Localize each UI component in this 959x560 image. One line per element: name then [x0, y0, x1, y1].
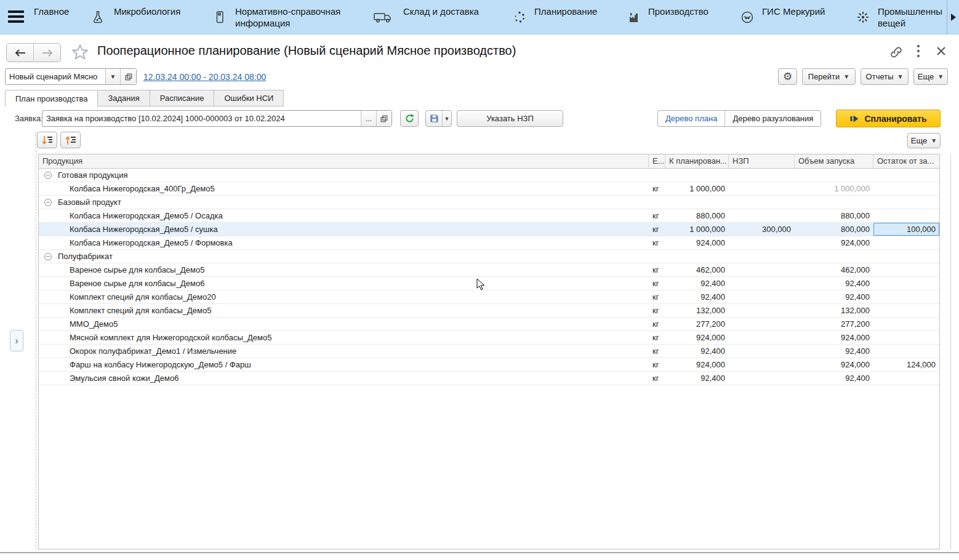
unit-cell[interactable]: кг: [649, 290, 665, 303]
unit-cell[interactable]: кг: [649, 318, 665, 330]
to-plan-cell[interactable]: 1 000,000: [665, 182, 729, 195]
table-row[interactable]: Эмульсия свной кожи_Демо6кг92,40092,400: [39, 372, 939, 385]
launch-rest-cell[interactable]: [873, 277, 939, 290]
launch-volume-cell[interactable]: 92,400: [795, 345, 873, 358]
nav-item-microbiology[interactable]: Микробиология: [114, 6, 180, 17]
launch-volume-cell[interactable]: 924,000: [795, 358, 873, 371]
wip-cell[interactable]: [729, 250, 795, 263]
unit-cell[interactable]: кг: [649, 304, 665, 317]
launch-rest-cell[interactable]: [873, 372, 939, 385]
table-row[interactable]: Комплект специй для колбасы_Демо20кг92,4…: [39, 290, 939, 304]
unit-cell[interactable]: [649, 250, 665, 263]
table-row[interactable]: Колбаса Нижегородская_Демо5 / Осадкакг88…: [39, 209, 939, 223]
table-row[interactable]: Вареное сырье для колбасы_Демо5кг462,000…: [39, 263, 939, 277]
nav-item-gis-mercury[interactable]: ГИС Меркурий: [762, 6, 825, 17]
launch-rest-cell[interactable]: 124,000: [873, 358, 939, 371]
product-cell[interactable]: Комплект специй для колбасы_Демо5: [39, 304, 649, 317]
unit-cell[interactable]: кг: [649, 277, 665, 290]
plan-tree-button[interactable]: Дерево плана: [658, 111, 725, 126]
side-panel-toggle[interactable]: ›: [10, 330, 23, 351]
wip-cell[interactable]: [729, 236, 795, 249]
col-launch-rest[interactable]: Остаток от за...: [873, 154, 939, 168]
nav-item-reference-info[interactable]: Нормативно-справочная информация: [235, 6, 358, 29]
to-plan-cell[interactable]: 462,000: [665, 263, 729, 276]
to-plan-cell[interactable]: 92,400: [665, 290, 729, 303]
unit-cell[interactable]: кг: [649, 358, 665, 371]
tab-nsi-errors[interactable]: Ошибки НСИ: [214, 90, 284, 106]
launch-volume-cell[interactable]: [795, 196, 873, 209]
launch-volume-cell[interactable]: 880,000: [795, 209, 873, 222]
launch-volume-cell[interactable]: 462,000: [795, 263, 873, 276]
col-wip[interactable]: НЗП: [729, 154, 795, 168]
table-row[interactable]: Комплект специй для колбасы_Демо5кг132,0…: [39, 304, 939, 318]
link-icon[interactable]: [889, 46, 903, 59]
launch-rest-cell[interactable]: [873, 209, 939, 222]
wip-cell[interactable]: [729, 358, 795, 371]
launch-rest-cell[interactable]: [873, 290, 939, 303]
nav-item-warehouse[interactable]: Склад и доставка: [403, 6, 479, 17]
wip-cell[interactable]: [729, 304, 795, 317]
to-plan-cell[interactable]: 92,400: [665, 372, 729, 385]
launch-rest-cell[interactable]: [873, 196, 939, 209]
wip-cell[interactable]: [729, 318, 795, 330]
forward-button[interactable]: [34, 44, 60, 62]
unit-cell[interactable]: кг: [649, 209, 665, 222]
to-plan-cell[interactable]: 1 000,000: [665, 223, 729, 236]
col-unit[interactable]: Е...: [649, 154, 665, 168]
product-cell[interactable]: Колбаса Нижегородская_Демо5 / Формовка: [39, 236, 649, 249]
to-plan-cell[interactable]: 92,400: [665, 345, 729, 358]
launch-volume-cell[interactable]: [795, 250, 873, 263]
product-cell[interactable]: Готовая продукция: [39, 169, 649, 182]
table-row[interactable]: Колбаса Нижегородская_Демо5 / сушкакг1 0…: [39, 223, 939, 236]
wip-cell[interactable]: [729, 169, 795, 182]
nav-item-main[interactable]: Главное: [34, 6, 69, 17]
launch-volume-cell[interactable]: [795, 169, 873, 182]
launch-volume-cell[interactable]: 92,400: [795, 372, 873, 385]
specify-wip-button[interactable]: Указать НЗП: [457, 110, 563, 127]
launch-rest-cell[interactable]: [873, 250, 939, 263]
table-group-row[interactable]: Готовая продукция: [39, 169, 939, 182]
product-cell[interactable]: Колбаса Нижегородская_Демо5 / Осадка: [39, 209, 649, 222]
product-cell[interactable]: Фарш на колбасу Нижегородскую_Демо5 / Фа…: [39, 358, 649, 371]
unit-cell[interactable]: кг: [649, 331, 665, 344]
unit-cell[interactable]: [649, 169, 665, 182]
col-launch-volume[interactable]: Объем запуска: [795, 154, 873, 168]
settings-button[interactable]: ⚙: [778, 68, 797, 85]
launch-volume-cell[interactable]: 92,400: [795, 290, 873, 303]
launch-volume-cell[interactable]: 277,200: [795, 318, 873, 330]
expand-all-button[interactable]: [37, 132, 57, 148]
request-pick-button[interactable]: [376, 111, 391, 126]
table-row[interactable]: Мясной комплект для Нижегородской колбас…: [39, 331, 939, 345]
wip-cell[interactable]: [729, 345, 795, 358]
request-field[interactable]: Заявка на производство [10.02.2024] 1000…: [42, 110, 392, 127]
table-group-row[interactable]: Базовый продукт: [39, 196, 939, 209]
launch-rest-cell[interactable]: 100,000: [873, 223, 939, 236]
to-plan-cell[interactable]: 277,200: [665, 318, 729, 330]
product-cell[interactable]: Мясной комплект для Нижегородской колбас…: [39, 331, 649, 344]
launch-rest-cell[interactable]: [873, 169, 939, 182]
more-options-icon[interactable]: [917, 44, 920, 58]
table-row[interactable]: Колбаса Нижегородская_400Гр_Демо5кг1 000…: [39, 182, 939, 196]
launch-rest-cell[interactable]: [873, 304, 939, 317]
launch-rest-cell[interactable]: [873, 318, 939, 330]
reports-button[interactable]: Отчеты▼: [861, 68, 909, 85]
launch-volume-cell[interactable]: 800,000: [795, 223, 873, 236]
wip-cell[interactable]: [729, 331, 795, 344]
wip-cell[interactable]: [729, 372, 795, 385]
table-row[interactable]: Фарш на колбасу Нижегородскую_Демо5 / Фа…: [39, 358, 939, 372]
panel-splitter[interactable]: [36, 132, 36, 550]
wip-cell[interactable]: [729, 209, 795, 222]
table-group-row[interactable]: Полуфабрикат: [39, 250, 939, 263]
unit-cell[interactable]: кг: [649, 182, 665, 195]
wip-cell[interactable]: 300,000: [729, 223, 795, 236]
refresh-button[interactable]: [400, 110, 419, 127]
wip-cell[interactable]: [729, 277, 795, 290]
product-cell[interactable]: ММО_Демо5: [39, 318, 649, 330]
launch-rest-cell[interactable]: [873, 331, 939, 344]
launch-volume-cell[interactable]: 924,000: [795, 331, 873, 344]
tab-schedule[interactable]: Расписание: [150, 90, 215, 106]
nav-overflow-arrow-icon[interactable]: [951, 14, 956, 21]
nav-item-production[interactable]: Производство: [648, 6, 708, 17]
launch-rest-cell[interactable]: [873, 345, 939, 358]
to-plan-cell[interactable]: 924,000: [665, 358, 729, 371]
